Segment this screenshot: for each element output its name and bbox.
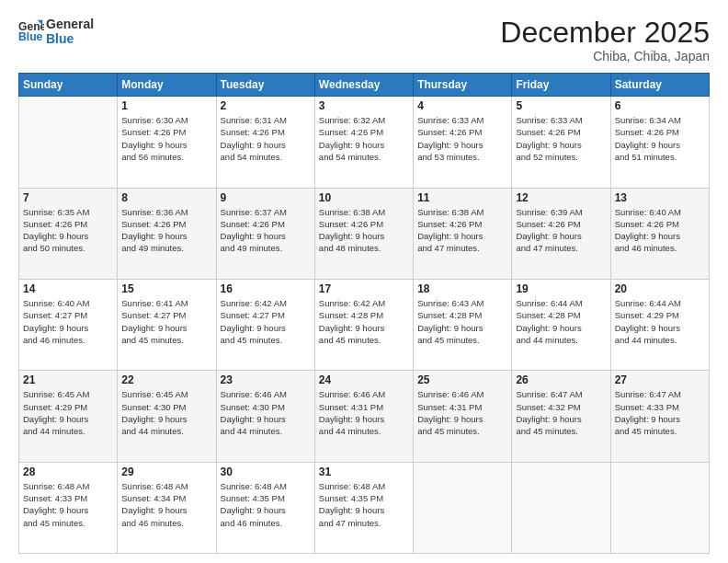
- cell-info: Sunrise: 6:40 AM: [615, 206, 705, 218]
- cell-info: and 45 minutes.: [615, 425, 705, 437]
- cell-info: Daylight: 9 hours: [319, 322, 409, 334]
- cell-info: and 45 minutes.: [319, 334, 409, 346]
- cell-info: Daylight: 9 hours: [121, 322, 211, 334]
- calendar-cell: 27Sunrise: 6:47 AMSunset: 4:33 PMDayligh…: [610, 371, 709, 462]
- calendar-cell: 20Sunrise: 6:44 AMSunset: 4:29 PMDayligh…: [610, 279, 709, 370]
- cell-info: Sunset: 4:29 PM: [615, 309, 705, 321]
- cell-info: Sunrise: 6:36 AM: [121, 206, 211, 218]
- day-number: 12: [516, 191, 606, 204]
- calendar-cell: 19Sunrise: 6:44 AMSunset: 4:28 PMDayligh…: [512, 279, 610, 370]
- day-number: 6: [615, 99, 705, 112]
- cell-info: Sunrise: 6:45 AM: [121, 388, 211, 400]
- cell-info: Sunset: 4:26 PM: [121, 218, 211, 230]
- cell-info: Sunset: 4:27 PM: [121, 309, 211, 321]
- day-number: 5: [516, 99, 606, 112]
- day-number: 25: [417, 373, 507, 386]
- calendar-cell: 2Sunrise: 6:31 AMSunset: 4:26 PMDaylight…: [216, 97, 314, 188]
- cell-info: and 50 minutes.: [23, 242, 113, 254]
- cell-info: and 44 minutes.: [121, 425, 211, 437]
- cell-info: Daylight: 9 hours: [23, 322, 113, 334]
- cell-info: and 44 minutes.: [221, 425, 311, 437]
- calendar-cell: 10Sunrise: 6:38 AMSunset: 4:26 PMDayligh…: [314, 188, 413, 279]
- cell-info: and 46 minutes.: [221, 517, 311, 529]
- cell-info: Sunset: 4:30 PM: [121, 401, 211, 413]
- cell-info: Sunrise: 6:41 AM: [121, 297, 211, 309]
- cell-info: and 44 minutes.: [23, 425, 113, 437]
- cell-info: Daylight: 9 hours: [221, 139, 311, 151]
- calendar-cell: 25Sunrise: 6:46 AMSunset: 4:31 PMDayligh…: [414, 371, 512, 462]
- calendar-cell: 17Sunrise: 6:42 AMSunset: 4:28 PMDayligh…: [314, 279, 413, 370]
- cell-info: Sunset: 4:26 PM: [23, 218, 113, 230]
- cell-info: Sunset: 4:28 PM: [319, 309, 409, 321]
- cell-info: and 45 minutes.: [23, 517, 113, 529]
- cell-info: Sunrise: 6:48 AM: [319, 480, 409, 492]
- cell-info: Sunset: 4:26 PM: [221, 218, 311, 230]
- cell-info: Sunset: 4:33 PM: [615, 401, 705, 413]
- cell-info: Daylight: 9 hours: [319, 230, 409, 242]
- cell-info: Daylight: 9 hours: [615, 139, 705, 151]
- cell-info: and 47 minutes.: [417, 242, 507, 254]
- calendar-week-row: 14Sunrise: 6:40 AMSunset: 4:27 PMDayligh…: [19, 279, 710, 370]
- cell-info: Daylight: 9 hours: [319, 139, 409, 151]
- cell-info: Sunrise: 6:48 AM: [23, 480, 113, 492]
- cell-info: Sunset: 4:35 PM: [221, 492, 311, 504]
- calendar-cell: 12Sunrise: 6:39 AMSunset: 4:26 PMDayligh…: [512, 188, 610, 279]
- calendar-cell: 23Sunrise: 6:46 AMSunset: 4:30 PMDayligh…: [216, 371, 314, 462]
- calendar-header-row: SundayMondayTuesdayWednesdayThursdayFrid…: [19, 74, 710, 97]
- cell-info: Sunrise: 6:40 AM: [23, 297, 113, 309]
- cell-info: Sunset: 4:26 PM: [121, 126, 211, 138]
- calendar-cell: 30Sunrise: 6:48 AMSunset: 4:35 PMDayligh…: [216, 462, 314, 553]
- day-number: 11: [417, 191, 507, 204]
- cell-info: Daylight: 9 hours: [615, 413, 705, 425]
- cell-info: Daylight: 9 hours: [221, 413, 311, 425]
- calendar-cell: 24Sunrise: 6:46 AMSunset: 4:31 PMDayligh…: [314, 371, 413, 462]
- cell-info: Sunrise: 6:46 AM: [417, 388, 507, 400]
- cell-info: and 47 minutes.: [516, 242, 606, 254]
- day-number: 16: [221, 282, 311, 295]
- day-number: 9: [221, 191, 311, 204]
- day-number: 18: [417, 282, 507, 295]
- cell-info: Sunset: 4:26 PM: [417, 218, 507, 230]
- cell-info: Daylight: 9 hours: [319, 504, 409, 516]
- calendar-cell: 3Sunrise: 6:32 AMSunset: 4:26 PMDaylight…: [314, 97, 413, 188]
- cell-info: Sunrise: 6:42 AM: [221, 297, 311, 309]
- cell-info: Sunrise: 6:47 AM: [615, 388, 705, 400]
- cell-info: Daylight: 9 hours: [221, 504, 311, 516]
- cell-info: Sunset: 4:26 PM: [221, 126, 311, 138]
- cell-info: Sunset: 4:35 PM: [319, 492, 409, 504]
- cell-info: Sunrise: 6:33 AM: [516, 114, 606, 126]
- cell-info: and 45 minutes.: [417, 334, 507, 346]
- cell-info: and 46 minutes.: [615, 242, 705, 254]
- weekday-header: Tuesday: [216, 74, 314, 97]
- cell-info: Daylight: 9 hours: [23, 413, 113, 425]
- day-number: 20: [615, 282, 705, 295]
- calendar-cell: 5Sunrise: 6:33 AMSunset: 4:26 PMDaylight…: [512, 97, 610, 188]
- day-number: 8: [121, 191, 211, 204]
- cell-info: Sunset: 4:26 PM: [615, 126, 705, 138]
- cell-info: Sunrise: 6:32 AM: [319, 114, 409, 126]
- cell-info: and 54 minutes.: [319, 151, 409, 163]
- cell-info: Daylight: 9 hours: [417, 230, 507, 242]
- cell-info: Sunrise: 6:48 AM: [121, 480, 211, 492]
- cell-info: and 51 minutes.: [615, 151, 705, 163]
- calendar-week-row: 7Sunrise: 6:35 AMSunset: 4:26 PMDaylight…: [19, 188, 710, 279]
- svg-text:Blue: Blue: [18, 30, 43, 43]
- day-number: 31: [319, 465, 409, 478]
- day-number: 1: [121, 99, 211, 112]
- cell-info: and 44 minutes.: [319, 425, 409, 437]
- cell-info: and 53 minutes.: [417, 151, 507, 163]
- title-block: December 2025 Chiba, Chiba, Japan: [500, 17, 710, 63]
- calendar-table: SundayMondayTuesdayWednesdayThursdayFrid…: [18, 73, 710, 554]
- calendar-cell: 26Sunrise: 6:47 AMSunset: 4:32 PMDayligh…: [512, 371, 610, 462]
- page: General Blue General Blue December 2025 …: [0, 0, 728, 563]
- day-number: 15: [121, 282, 211, 295]
- cell-info: Sunrise: 6:39 AM: [516, 206, 606, 218]
- cell-info: Sunrise: 6:38 AM: [319, 206, 409, 218]
- cell-info: Daylight: 9 hours: [615, 322, 705, 334]
- cell-info: and 44 minutes.: [615, 334, 705, 346]
- cell-info: Daylight: 9 hours: [121, 413, 211, 425]
- calendar-cell: 13Sunrise: 6:40 AMSunset: 4:26 PMDayligh…: [610, 188, 709, 279]
- cell-info: Sunrise: 6:31 AM: [221, 114, 311, 126]
- day-number: 13: [615, 191, 705, 204]
- cell-info: and 49 minutes.: [221, 242, 311, 254]
